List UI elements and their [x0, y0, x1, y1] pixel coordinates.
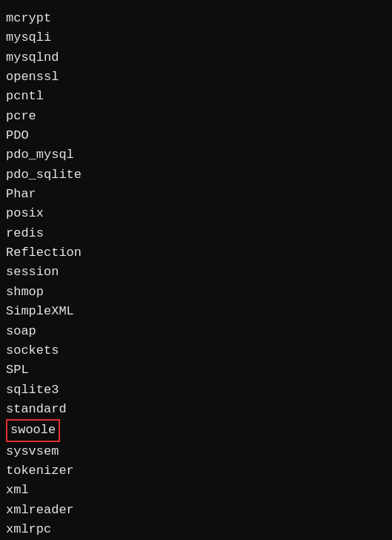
line-xmlrpc: xmlrpc	[6, 520, 386, 539]
line-posix: posix	[6, 204, 386, 223]
line-redis: redis	[6, 224, 386, 243]
line-spl: SPL	[6, 360, 386, 380]
line-soap: soap	[6, 322, 386, 341]
line-sysvsem: sysvsem	[6, 442, 386, 461]
line-swoole-highlighted: swoole	[6, 419, 386, 441]
line-session: session	[6, 263, 386, 282]
line-reflection: Reflection	[6, 243, 386, 263]
line-pcntl: pcntl	[6, 87, 386, 106]
line-mysqlnd: mysqlnd	[6, 48, 386, 68]
line-tokenizer: tokenizer	[6, 461, 386, 481]
line-mcrypt: mcrypt	[6, 9, 386, 28]
line-simplexml: SimpleXML	[6, 302, 386, 321]
line-xml: xml	[6, 481, 386, 500]
line-standard: standard	[6, 400, 386, 419]
line-sqlite3: sqlite3	[6, 381, 386, 400]
line-openssl: openssl	[6, 68, 386, 87]
line-pdo: PDO	[6, 126, 386, 145]
line-phar: Phar	[6, 185, 386, 204]
line-sockets: sockets	[6, 341, 386, 360]
line-pdo-mysql: pdo_mysql	[6, 145, 386, 165]
line-mysqli: mysqli	[6, 28, 386, 47]
line-shmop: shmop	[6, 283, 386, 302]
line-pcre: pcre	[6, 107, 386, 126]
line-xmlreader: xmlreader	[6, 501, 386, 520]
terminal-output: mcrypt mysqli mysqlnd openssl pcntl pcre…	[6, 6, 386, 540]
line-pdo-sqlite: pdo_sqlite	[6, 165, 386, 185]
